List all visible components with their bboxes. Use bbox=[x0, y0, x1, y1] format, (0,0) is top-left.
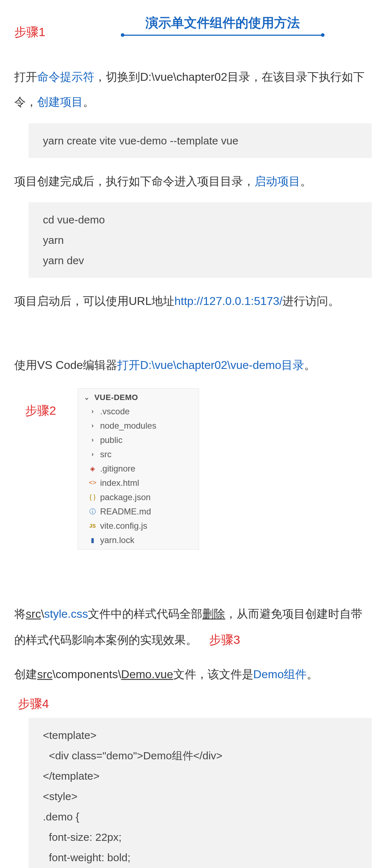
document-page: 步骤1 演示单文件组件的使用方法 打开命令提示符，切换到D:\vue\chapt… bbox=[0, 0, 386, 868]
tree-item-label: public bbox=[100, 435, 123, 445]
chevron-right-icon: › bbox=[89, 450, 96, 458]
text: 。 bbox=[300, 175, 312, 188]
tree-item-label: index.html bbox=[100, 478, 139, 488]
file-tree-section: 步骤2 ⌄ VUE-DEMO ›.vscode›node_modules›pub… bbox=[25, 388, 372, 550]
tree-item[interactable]: ⓘREADME.md bbox=[78, 504, 199, 519]
link-command-prompt[interactable]: 命令提示符 bbox=[37, 70, 94, 83]
underline-src: src bbox=[26, 607, 41, 620]
tree-item-label: src bbox=[100, 449, 112, 459]
paragraph-3: 项目启动后，可以使用URL地址http://127.0.0.1:5173/进行访… bbox=[14, 288, 372, 314]
text: 创建 bbox=[14, 668, 37, 681]
code-block-1: yarn create vite vue-demo --template vue bbox=[29, 123, 372, 158]
tree-item-label: .gitignore bbox=[100, 464, 135, 474]
text: 项目启动后，可以使用URL地址 bbox=[14, 295, 174, 307]
tree-item[interactable]: <>index.html bbox=[78, 476, 199, 490]
paragraph-2: 项目创建完成后，执行如下命令进入项目目录，启动项目。 bbox=[14, 169, 372, 194]
tree-item[interactable]: ›.vscode bbox=[78, 404, 199, 419]
text: 打开 bbox=[14, 70, 37, 83]
link-open-dir[interactable]: 打开D:\vue\chapter02\vue-demo目录 bbox=[117, 359, 304, 371]
title-underline bbox=[123, 35, 323, 36]
tree-item-label: node_modules bbox=[100, 421, 156, 431]
paragraph-5: 将src\style.css文件中的样式代码全部删除，从而避免项目创建时自带的样… bbox=[14, 601, 372, 653]
step-2-label: 步骤2 bbox=[25, 403, 56, 419]
step-3-label: 步骤3 bbox=[209, 633, 240, 646]
tree-item[interactable]: ◈.gitignore bbox=[78, 462, 199, 476]
tree-item-label: vite.config.js bbox=[100, 521, 147, 531]
tree-item[interactable]: ▮yarn.lock bbox=[78, 533, 199, 547]
tree-root-label: VUE-DEMO bbox=[94, 393, 138, 402]
text: \components\ bbox=[53, 668, 121, 681]
text: 项目创建完成后，执行如下命令进入项目目录， bbox=[14, 175, 254, 188]
chevron-right-icon: › bbox=[89, 422, 96, 429]
link-demo-component[interactable]: Demo组件 bbox=[253, 668, 307, 681]
title-row: 步骤1 演示单文件组件的使用方法 bbox=[14, 14, 372, 50]
lock-icon: ▮ bbox=[89, 536, 96, 544]
chevron-down-icon: ⌄ bbox=[83, 394, 91, 401]
chevron-right-icon: › bbox=[89, 408, 96, 415]
underline-delete: 删除 bbox=[202, 607, 225, 620]
link-create-project[interactable]: 创建项目 bbox=[37, 95, 83, 108]
text: 进行访问。 bbox=[282, 295, 340, 307]
page-title: 演示单文件组件的使用方法 bbox=[74, 14, 372, 32]
underline-demo-vue: Demo.vue bbox=[121, 668, 173, 681]
text: 文件，该文件是 bbox=[173, 668, 253, 681]
text: 。 bbox=[304, 359, 316, 371]
step-1-label: 步骤1 bbox=[14, 24, 45, 40]
text: \ bbox=[41, 607, 44, 620]
link-url[interactable]: http://127.0.0.1:5173/ bbox=[174, 295, 282, 307]
code-block-3: <template> <div class="demo">Demo组件</div… bbox=[29, 718, 372, 868]
tree-item[interactable]: ›public bbox=[78, 433, 199, 447]
js-icon: JS bbox=[89, 523, 96, 529]
link-start-project[interactable]: 启动项目 bbox=[254, 175, 300, 188]
tree-item[interactable]: { }package.json bbox=[78, 490, 199, 504]
text: 文件中的样式代码全部 bbox=[88, 607, 202, 620]
tree-item[interactable]: ›src bbox=[78, 447, 199, 462]
tree-item-label: yarn.lock bbox=[100, 535, 134, 545]
git-icon: ◈ bbox=[89, 465, 96, 473]
step-4-label: 步骤4 bbox=[18, 696, 49, 712]
tree-item-label: README.md bbox=[100, 507, 151, 517]
text: 。 bbox=[83, 95, 94, 108]
link-style-css[interactable]: style.css bbox=[44, 607, 88, 620]
tree-item-label: package.json bbox=[100, 492, 150, 502]
info-icon: ⓘ bbox=[89, 507, 96, 516]
tree-root-row[interactable]: ⌄ VUE-DEMO bbox=[78, 391, 199, 404]
tree-item[interactable]: JSvite.config.js bbox=[78, 519, 199, 533]
tree-item-label: .vscode bbox=[100, 406, 130, 416]
text: 。 bbox=[307, 668, 318, 681]
code-block-2: cd vue-demo yarn yarn dev bbox=[29, 202, 372, 278]
json-icon: { } bbox=[89, 493, 96, 501]
paragraph-1: 打开命令提示符，切换到D:\vue\chapter02目录，在该目录下执行如下令… bbox=[14, 64, 372, 115]
title-column: 演示单文件组件的使用方法 bbox=[74, 14, 372, 50]
underline-src-2: src bbox=[37, 668, 53, 681]
html-icon: <> bbox=[89, 479, 96, 487]
file-tree: ⌄ VUE-DEMO ›.vscode›node_modules›public›… bbox=[78, 388, 199, 550]
text: 将 bbox=[14, 607, 26, 620]
tree-item[interactable]: ›node_modules bbox=[78, 419, 199, 433]
paragraph-4: 使用VS Code编辑器打开D:\vue\chapter02\vue-demo目… bbox=[14, 352, 372, 378]
chevron-right-icon: › bbox=[89, 436, 96, 444]
paragraph-6: 创建src\components\Demo.vue文件，该文件是Demo组件。 bbox=[14, 662, 372, 687]
text: 使用VS Code编辑器 bbox=[14, 359, 117, 371]
